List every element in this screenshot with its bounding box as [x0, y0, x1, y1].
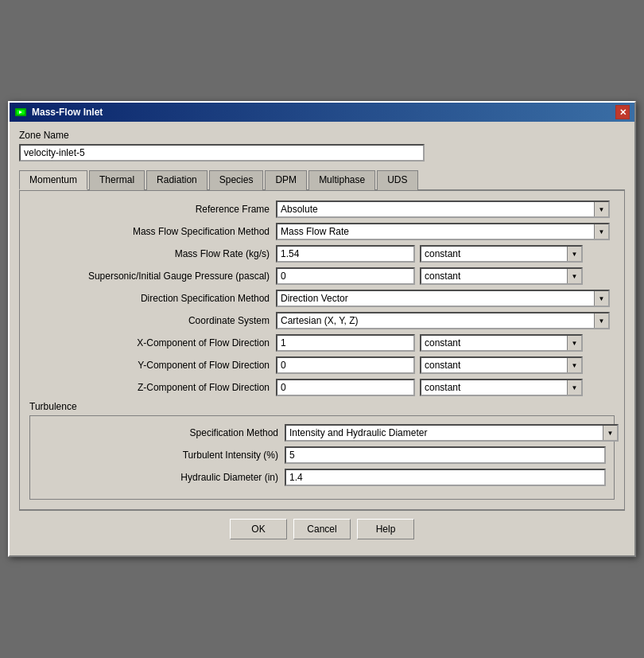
mass-flow-rate-label: Mass Flow Rate (kg/s)	[29, 248, 276, 259]
hydraulic-diameter-row: Hydraulic Diameter (in)	[38, 469, 606, 486]
coord-system-control: Cartesian (X, Y, Z) ▼	[276, 312, 615, 329]
mass-flow-rate-const-dropdown[interactable]: constant ▼	[420, 245, 583, 263]
reference-frame-arrow[interactable]: ▼	[594, 202, 608, 216]
turb-spec-method-dropdown[interactable]: Intensity and Hydraulic Diameter ▼	[285, 424, 619, 442]
direction-spec-control: Direction Vector ▼	[276, 290, 615, 307]
supersonic-row: Supersonic/Initial Gauge Pressure (pasca…	[29, 267, 615, 285]
supersonic-label: Supersonic/Initial Gauge Pressure (pasca…	[29, 271, 276, 282]
zone-name-label: Zone Name	[19, 130, 625, 141]
tabs-container: Momentum Thermal Radiation Species DPM M…	[19, 169, 625, 191]
hydraulic-diameter-label: Hydraulic Diameter (in)	[38, 472, 285, 483]
reference-frame-dropdown[interactable]: Absolute ▼	[276, 201, 610, 218]
mass-flow-rate-const-arrow[interactable]: ▼	[567, 247, 581, 261]
y-component-const-arrow[interactable]: ▼	[567, 358, 581, 372]
turb-spec-method-row: Specification Method Intensity and Hydra…	[38, 424, 606, 442]
turb-spec-method-value: Intensity and Hydraulic Diameter	[286, 426, 603, 440]
help-button[interactable]: Help	[357, 519, 414, 539]
hydraulic-diameter-control	[285, 469, 606, 486]
mass-flow-spec-arrow[interactable]: ▼	[594, 224, 608, 239]
y-component-row: Y-Component of Flow Direction constant ▼	[29, 356, 615, 374]
mass-flow-inlet-dialog: Mass-Flow Inlet ✕ Zone Name Momentum The…	[8, 101, 636, 557]
mass-flow-spec-control: Mass Flow Rate ▼	[276, 223, 615, 240]
turb-spec-method-label: Specification Method	[38, 427, 285, 438]
z-component-const-dropdown[interactable]: constant ▼	[420, 379, 583, 396]
supersonic-const-dropdown[interactable]: constant ▼	[420, 267, 583, 285]
x-component-const-value: constant	[421, 336, 567, 350]
turbulent-intensity-label: Turbulent Intensity (%)	[38, 450, 285, 461]
reference-frame-row: Reference Frame Absolute ▼	[29, 201, 615, 218]
supersonic-control: constant ▼	[276, 267, 615, 285]
turbulence-section-label: Turbulence	[29, 401, 615, 412]
y-component-control: constant ▼	[276, 356, 615, 374]
x-component-const-dropdown[interactable]: constant ▼	[420, 334, 583, 352]
tab-species[interactable]: Species	[209, 170, 264, 190]
supersonic-const-value: constant	[421, 269, 567, 283]
tab-multiphase[interactable]: Multiphase	[308, 170, 375, 190]
turbulent-intensity-input[interactable]	[285, 446, 606, 464]
turbulent-intensity-row: Turbulent Intensity (%)	[38, 446, 606, 464]
mass-flow-spec-label: Mass Flow Specification Method	[29, 226, 276, 237]
direction-spec-arrow[interactable]: ▼	[594, 291, 608, 306]
close-button[interactable]: ✕	[615, 105, 630, 119]
coord-system-dropdown[interactable]: Cartesian (X, Y, Z) ▼	[276, 312, 610, 329]
tab-momentum[interactable]: Momentum	[19, 170, 87, 190]
turbulence-box: Specification Method Intensity and Hydra…	[29, 415, 615, 500]
z-component-input[interactable]	[276, 379, 415, 396]
title-bar: Mass-Flow Inlet ✕	[10, 103, 634, 122]
y-component-const-value: constant	[421, 358, 567, 372]
direction-spec-row: Direction Specification Method Direction…	[29, 290, 615, 307]
y-component-input[interactable]	[276, 356, 415, 374]
reference-frame-control: Absolute ▼	[276, 201, 615, 218]
coord-system-row: Coordinate System Cartesian (X, Y, Z) ▼	[29, 312, 615, 329]
mass-flow-rate-row: Mass Flow Rate (kg/s) constant ▼	[29, 245, 615, 263]
mass-flow-rate-const-value: constant	[421, 247, 567, 261]
tab-radiation[interactable]: Radiation	[146, 170, 208, 190]
turb-spec-method-arrow[interactable]: ▼	[603, 426, 617, 440]
x-component-input[interactable]	[276, 334, 415, 352]
mass-flow-spec-dropdown[interactable]: Mass Flow Rate ▼	[276, 223, 610, 240]
reference-frame-label: Reference Frame	[29, 204, 276, 215]
zone-name-input[interactable]	[19, 144, 425, 162]
cancel-button[interactable]: Cancel	[293, 519, 351, 539]
ok-button[interactable]: OK	[230, 519, 287, 539]
z-component-row: Z-Component of Flow Direction constant ▼	[29, 379, 615, 396]
mass-flow-rate-control: constant ▼	[276, 245, 615, 263]
reference-frame-value: Absolute	[277, 202, 594, 216]
mass-flow-spec-row: Mass Flow Specification Method Mass Flow…	[29, 223, 615, 240]
tab-uds[interactable]: UDS	[377, 170, 417, 190]
y-component-label: Y-Component of Flow Direction	[29, 360, 276, 371]
coord-system-arrow[interactable]: ▼	[594, 313, 608, 328]
z-component-control: constant ▼	[276, 379, 615, 396]
bottom-buttons: OK Cancel Help	[19, 510, 625, 547]
turbulent-intensity-control	[285, 446, 606, 464]
hydraulic-diameter-input[interactable]	[285, 469, 606, 486]
tab-dpm[interactable]: DPM	[265, 170, 307, 190]
tab-thermal[interactable]: Thermal	[89, 170, 145, 190]
dialog-title: Mass-Flow Inlet	[32, 107, 103, 118]
mass-flow-rate-input[interactable]	[276, 245, 415, 263]
dialog-icon	[14, 106, 27, 119]
supersonic-input[interactable]	[276, 267, 415, 285]
x-component-const-arrow[interactable]: ▼	[567, 336, 581, 350]
supersonic-const-arrow[interactable]: ▼	[567, 269, 581, 283]
y-component-const-dropdown[interactable]: constant ▼	[420, 356, 583, 374]
turb-spec-method-control: Intensity and Hydraulic Diameter ▼	[285, 424, 619, 442]
coord-system-value: Cartesian (X, Y, Z)	[277, 313, 594, 328]
x-component-row: X-Component of Flow Direction constant ▼	[29, 334, 615, 352]
z-component-label: Z-Component of Flow Direction	[29, 382, 276, 393]
z-component-const-arrow[interactable]: ▼	[567, 380, 581, 395]
direction-spec-label: Direction Specification Method	[29, 293, 276, 304]
x-component-control: constant ▼	[276, 334, 615, 352]
dialog-body: Zone Name Momentum Thermal Radiation Spe…	[10, 122, 634, 555]
tab-content-momentum: Reference Frame Absolute ▼ Mass Flow Spe…	[19, 191, 625, 510]
x-component-label: X-Component of Flow Direction	[29, 337, 276, 348]
direction-spec-dropdown[interactable]: Direction Vector ▼	[276, 290, 610, 307]
direction-spec-value: Direction Vector	[277, 291, 594, 306]
coord-system-label: Coordinate System	[29, 315, 276, 326]
z-component-const-value: constant	[421, 380, 567, 395]
mass-flow-spec-value: Mass Flow Rate	[277, 224, 594, 239]
